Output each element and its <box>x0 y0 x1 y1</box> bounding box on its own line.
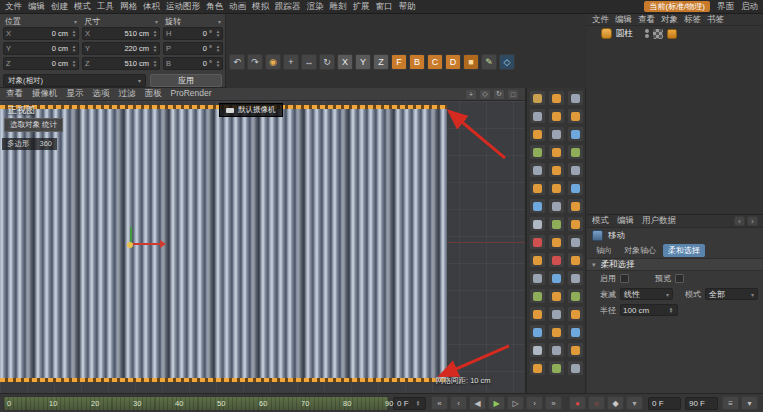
x-axis-lock-icon[interactable]: X <box>337 54 353 70</box>
side-toolbar-icon[interactable] <box>529 324 546 340</box>
shortcut-c-icon[interactable]: C <box>427 54 443 70</box>
subdivision-surface-icon[interactable]: ◇ <box>499 54 515 70</box>
menubar-item-15[interactable]: 扩展 <box>353 1 370 13</box>
side-toolbar-icon[interactable] <box>548 270 565 286</box>
side-toolbar-icon[interactable] <box>548 234 565 250</box>
enable-checkbox[interactable] <box>620 274 629 283</box>
y-axis-lock-icon[interactable]: Y <box>355 54 371 70</box>
renderer-badge[interactable]: 当前(标准/物理) <box>644 1 710 12</box>
object-manager-menu-item-1[interactable]: 文件 <box>592 14 609 26</box>
play-button[interactable]: ▶ <box>488 396 505 410</box>
object-name[interactable]: 圆柱 <box>616 28 633 40</box>
side-toolbar-icon[interactable] <box>567 180 584 196</box>
side-toolbar-icon[interactable] <box>529 216 546 232</box>
spinner-icon[interactable]: ▲▼ <box>70 45 78 52</box>
z-axis-lock-icon[interactable]: Z <box>373 54 389 70</box>
side-toolbar-icon[interactable] <box>567 288 584 304</box>
spinner-icon[interactable]: ▲▼ <box>70 60 78 67</box>
preview-checkbox[interactable] <box>675 274 684 283</box>
side-toolbar-icon[interactable] <box>529 108 546 124</box>
phong-tag-icon[interactable] <box>653 29 663 39</box>
side-toolbar-icon[interactable] <box>567 216 584 232</box>
next-key-button[interactable]: › <box>526 396 543 410</box>
timeline-ruler[interactable]: 0102030405060708090 <box>3 396 389 411</box>
attributes-tab-1[interactable]: 轴向 <box>591 244 617 257</box>
side-toolbar-icon[interactable] <box>567 90 584 106</box>
move-tool-icon[interactable]: + <box>283 54 299 70</box>
visibility-dots[interactable] <box>645 29 649 38</box>
chevron-down-icon[interactable]: ▾ <box>155 18 158 25</box>
spinner-icon[interactable]: ▲▼ <box>214 60 222 67</box>
history-back-icon[interactable]: ‹ <box>734 216 745 226</box>
viewport-canvas[interactable]: 正视图 选取对象 统计 多边形 360 默认摄像机 网格间距: 10 cm <box>0 101 525 393</box>
object-row[interactable]: 圆柱 <box>587 26 763 41</box>
side-toolbar-icon[interactable] <box>567 342 584 358</box>
menubar-item-3[interactable]: 创建 <box>51 1 68 13</box>
radius-field[interactable]: 100 cm▲▼ <box>620 304 678 316</box>
side-toolbar-icon[interactable] <box>529 198 546 214</box>
shortcut-f-icon[interactable]: F <box>391 54 407 70</box>
object-manager-menu-item-6[interactable]: 书签 <box>707 14 724 26</box>
timeline-options-icon[interactable]: ≡ <box>722 396 739 410</box>
next-frame-button[interactable]: ▷ <box>507 396 524 410</box>
range-start-field[interactable]: 0 F <box>648 397 681 410</box>
spinner-icon[interactable]: ▲▼ <box>214 45 222 52</box>
attributes-tab-2[interactable]: 对象轴心 <box>619 244 661 257</box>
coord-mode-dropdown[interactable]: 对象(相对)▾ <box>3 74 146 87</box>
size-x-field[interactable]: X510 cm▲▼ <box>82 27 160 40</box>
menubar-item-interface[interactable]: 界面 <box>717 1 734 13</box>
side-toolbar-icon[interactable] <box>567 234 584 250</box>
spinner-icon[interactable]: ▲▼ <box>214 30 222 37</box>
side-toolbar-icon[interactable] <box>548 252 565 268</box>
side-toolbar-icon[interactable] <box>529 306 546 322</box>
viewport-menu-item-7[interactable]: ProRender <box>171 88 212 100</box>
object-manager-menu-item-3[interactable]: 查看 <box>638 14 655 26</box>
side-toolbar-icon[interactable] <box>529 180 546 196</box>
side-toolbar-icon[interactable] <box>548 216 565 232</box>
menubar-item-11[interactable]: 模拟 <box>252 1 269 13</box>
axis-gizmo[interactable] <box>118 221 168 261</box>
side-toolbar-icon[interactable] <box>567 144 584 160</box>
viewport-menu-item-1[interactable]: 查看 <box>6 88 23 100</box>
record-keyframe-button[interactable]: ● <box>569 396 586 410</box>
side-toolbar-icon[interactable] <box>548 108 565 124</box>
pen-tool-icon[interactable]: ✎ <box>481 54 497 70</box>
side-toolbar-icon[interactable] <box>548 162 565 178</box>
attributes-menu-item-2[interactable]: 编辑 <box>617 215 634 227</box>
section-header[interactable]: 柔和选择 <box>587 258 763 271</box>
side-toolbar-icon[interactable] <box>567 252 584 268</box>
object-tag-icon[interactable] <box>667 29 677 39</box>
playback-menu-icon[interactable]: ▾ <box>741 396 758 410</box>
autokey-button[interactable]: ○ <box>588 396 605 410</box>
menubar-item-7[interactable]: 体积 <box>143 1 160 13</box>
side-toolbar-icon[interactable] <box>529 144 546 160</box>
maximize-view-icon[interactable]: □ <box>507 89 519 100</box>
spinner-icon[interactable]: ▲▼ <box>151 45 159 52</box>
side-toolbar-icon[interactable] <box>529 342 546 358</box>
rotate-tool-icon[interactable]: ↻ <box>319 54 335 70</box>
shortcut-b-icon[interactable]: B <box>409 54 425 70</box>
size-y-field[interactable]: Y220 cm▲▼ <box>82 42 160 55</box>
side-toolbar-icon[interactable] <box>567 108 584 124</box>
side-toolbar-icon[interactable] <box>548 198 565 214</box>
menubar-item-10[interactable]: 动画 <box>229 1 246 13</box>
previous-key-button[interactable]: ‹ <box>450 396 467 410</box>
range-end-field[interactable]: 90 F <box>685 397 718 410</box>
position-x-field[interactable]: X0 cm▲▼ <box>3 27 79 40</box>
apply-button[interactable]: 应用 <box>150 74 222 87</box>
side-toolbar-icon[interactable] <box>567 198 584 214</box>
menubar-item-4[interactable]: 模式 <box>74 1 91 13</box>
side-toolbar-icon[interactable] <box>529 90 546 106</box>
viewport-menu-item-3[interactable]: 显示 <box>67 88 84 100</box>
side-toolbar-icon[interactable] <box>548 306 565 322</box>
x-axis-handle[interactable] <box>130 243 160 245</box>
falloff-select[interactable]: 线性▾ <box>620 288 673 300</box>
size-z-field[interactable]: Z510 cm▲▼ <box>82 57 160 70</box>
menubar-item-13[interactable]: 渲染 <box>307 1 324 13</box>
side-toolbar-icon[interactable] <box>529 360 546 376</box>
attributes-menu-item-3[interactable]: 用户数据 <box>642 215 676 227</box>
rotation-h-field[interactable]: H0 °▲▼ <box>163 27 223 40</box>
side-toolbar-icon[interactable] <box>548 90 565 106</box>
side-toolbar-icon[interactable] <box>548 180 565 196</box>
spinner-icon[interactable]: ▲▼ <box>414 400 422 407</box>
